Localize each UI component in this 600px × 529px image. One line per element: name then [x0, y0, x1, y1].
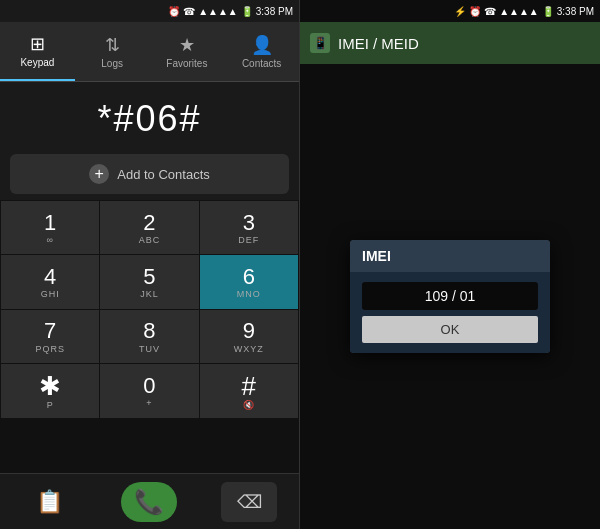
- keypad-grid: 1 ∞ 2 ABC 3 DEF 4 GHI 5 JKL 6 MNO 7 PQRS: [0, 200, 299, 473]
- dialog-ok-button[interactable]: OK: [362, 316, 538, 343]
- tab-contacts[interactable]: 👤 Contacts: [224, 22, 299, 81]
- tab-favorites-label: Favorites: [166, 58, 207, 69]
- signal-icon-right: ▲▲▲▲: [499, 6, 539, 17]
- key-3[interactable]: 3 DEF: [200, 201, 298, 254]
- tab-favorites[interactable]: ★ Favorites: [150, 22, 225, 81]
- key-6[interactable]: 6 MNO: [200, 255, 298, 308]
- key-2-sub: ABC: [139, 235, 161, 245]
- key-7-sub: PQRS: [35, 344, 65, 354]
- key-4-main: 4: [44, 265, 56, 289]
- alarm-icon: ⏰: [168, 6, 180, 17]
- left-phone: ⏰ ☎ ▲▲▲▲ 🔋 3:38 PM ⊞ Keypad ⇅ Logs ★ Fav…: [0, 0, 300, 529]
- key-1-main: 1: [44, 211, 56, 235]
- imei-dialog: IMEI 109 / 01 OK: [350, 240, 550, 353]
- key-0-sub: +: [146, 398, 152, 408]
- key-1-sub: ∞: [46, 235, 53, 245]
- status-icons-right: ⚡ ⏰ ☎ ▲▲▲▲ 🔋 3:38 PM: [454, 6, 594, 17]
- keypad-icon: ⊞: [30, 33, 45, 55]
- contacts-bottom-button[interactable]: 📋: [22, 482, 78, 522]
- status-bar-left: ⏰ ☎ ▲▲▲▲ 🔋 3:38 PM: [0, 0, 299, 22]
- bottom-bar: 📋 📞 ⌫: [0, 473, 299, 529]
- delete-button[interactable]: ⌫: [221, 482, 277, 522]
- tab-bar: ⊞ Keypad ⇅ Logs ★ Favorites 👤 Contacts: [0, 22, 299, 82]
- key-7-main: 7: [44, 319, 56, 343]
- alarm-icon-right: ⏰: [469, 6, 481, 17]
- tab-keypad[interactable]: ⊞ Keypad: [0, 22, 75, 81]
- wifi-icon: ☎: [484, 6, 496, 17]
- tab-logs-label: Logs: [101, 58, 123, 69]
- key-8-sub: TUV: [139, 344, 160, 354]
- key-5-sub: JKL: [140, 289, 159, 299]
- key-6-main: 6: [243, 265, 255, 289]
- dialer-display: *#06#: [0, 82, 299, 148]
- key-star-main: ✱: [39, 372, 61, 401]
- key-5-main: 5: [143, 265, 155, 289]
- key-1[interactable]: 1 ∞: [1, 201, 99, 254]
- add-contacts-label: Add to Contacts: [117, 167, 210, 182]
- status-icons-left: ⏰ ☎ ▲▲▲▲ 🔋 3:38 PM: [168, 6, 293, 17]
- key-3-sub: DEF: [238, 235, 259, 245]
- key-6-sub: MNO: [237, 289, 261, 299]
- dialog-title: IMEI: [350, 240, 550, 272]
- key-star-sub: P: [47, 400, 54, 410]
- key-7[interactable]: 7 PQRS: [1, 310, 99, 363]
- dialog-value: 109 / 01: [362, 282, 538, 310]
- call-button[interactable]: 📞: [121, 482, 177, 522]
- app-icon: 📱: [310, 33, 330, 53]
- key-9-sub: WXYZ: [234, 344, 264, 354]
- status-bar-right: ⚡ ⏰ ☎ ▲▲▲▲ 🔋 3:38 PM: [300, 0, 600, 22]
- key-2[interactable]: 2 ABC: [100, 201, 198, 254]
- tab-contacts-label: Contacts: [242, 58, 281, 69]
- key-9-main: 9: [243, 319, 255, 343]
- key-hash-sub: 🔇: [243, 400, 255, 410]
- signal-icon: ▲▲▲▲: [198, 6, 238, 17]
- plus-circle-icon: +: [89, 164, 109, 184]
- key-5[interactable]: 5 JKL: [100, 255, 198, 308]
- right-phone: ⚡ ⏰ ☎ ▲▲▲▲ 🔋 3:38 PM 📱 IMEI / MEID IMEI …: [300, 0, 600, 529]
- key-0-main: 0: [143, 374, 155, 398]
- key-hash[interactable]: # 🔇: [200, 364, 298, 417]
- call-icon: ☎: [183, 6, 195, 17]
- key-9[interactable]: 9 WXYZ: [200, 310, 298, 363]
- tab-keypad-label: Keypad: [20, 57, 54, 68]
- key-4-sub: GHI: [41, 289, 60, 299]
- dialog-body: 109 / 01 OK: [350, 272, 550, 353]
- favorites-icon: ★: [179, 34, 195, 56]
- tab-logs[interactable]: ⇅ Logs: [75, 22, 150, 81]
- key-2-main: 2: [143, 211, 155, 235]
- key-4[interactable]: 4 GHI: [1, 255, 99, 308]
- title-bar: 📱 IMEI / MEID: [300, 22, 600, 64]
- key-star[interactable]: ✱ P: [1, 364, 99, 417]
- battery-icon: 🔋: [241, 6, 253, 17]
- key-8[interactable]: 8 TUV: [100, 310, 198, 363]
- dark-background: IMEI 109 / 01 OK: [300, 64, 600, 529]
- key-8-main: 8: [143, 319, 155, 343]
- key-0[interactable]: 0 +: [100, 364, 198, 417]
- contacts-icon: 👤: [251, 34, 273, 56]
- usb-icon: ⚡: [454, 6, 466, 17]
- title-text: IMEI / MEID: [338, 35, 419, 52]
- add-to-contacts-button[interactable]: + Add to Contacts: [10, 154, 289, 194]
- dialer-number: *#06#: [10, 98, 289, 140]
- time-right: 3:38 PM: [557, 6, 594, 17]
- logs-icon: ⇅: [105, 34, 120, 56]
- key-hash-main: #: [242, 372, 256, 401]
- battery-icon-right: 🔋: [542, 6, 554, 17]
- time-left: 3:38 PM: [256, 6, 293, 17]
- key-3-main: 3: [243, 211, 255, 235]
